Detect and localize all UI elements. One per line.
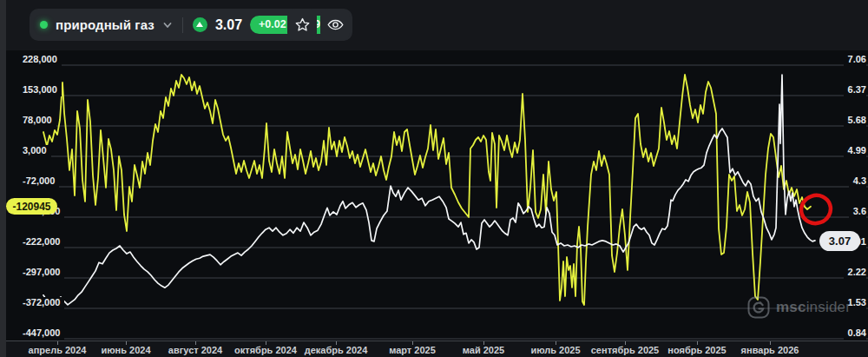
right-axis-tick-label: 5.68 [844, 115, 866, 127]
right-axis-tick-label: 4.3 [849, 175, 866, 188]
right-axis-value-badge: 3.07 [819, 231, 860, 251]
time-tick-label: октябрь 2024 [227, 345, 305, 355]
right-axis-tick-label: 4.99 [844, 145, 866, 157]
watermark: mscinsider [747, 296, 851, 319]
watermark-logo-icon [747, 296, 770, 319]
left-axis-tick-label: 228,000 [23, 54, 62, 66]
chart-canvas[interactable] [0, 0, 868, 357]
time-tick-label: август 2024 [156, 345, 234, 355]
time-tick-label: январь 2026 [731, 345, 809, 355]
left-axis-indicator-line [43, 75, 811, 305]
left-axis-tick-label: -447,000 [23, 327, 64, 340]
right-axis-tick-label: 0.84 [844, 327, 866, 340]
left-axis-value-badge: -120945 [6, 198, 57, 215]
left-axis-tick-label: -297,000 [23, 267, 64, 279]
highlight-circle-annotation [798, 192, 834, 228]
right-axis-tick-label: 6.37 [844, 84, 866, 96]
time-tick-label: июнь 2024 [87, 345, 165, 355]
price-chart[interactable]: 228,000153,00078,0003,000-72,000-147,000… [6, 50, 868, 340]
left-axis-tick-label: -222,000 [23, 236, 64, 248]
time-tick-label: сентябрь 2025 [586, 345, 664, 355]
time-tick-label: июль 2025 [516, 345, 595, 355]
right-axis-tick-label: 7.06 [844, 54, 866, 66]
time-tick-label: март 2025 [373, 345, 451, 355]
left-axis-tick-label: 3,000 [23, 145, 51, 157]
left-axis-tick-label: 153,000 [23, 84, 62, 96]
time-tick-label: ноябрь 2025 [658, 345, 736, 355]
time-tick-label: май 2025 [444, 345, 523, 355]
left-axis-tick-label: -72,000 [23, 175, 59, 188]
right-axis-tick-label: 3.6 [849, 206, 866, 218]
time-tick-label: декабрь 2024 [297, 345, 375, 355]
right-axis-tick-label: 2.22 [844, 267, 866, 279]
watermark-text: mscinsider [776, 299, 851, 316]
left-axis-tick-label: -372,000 [23, 297, 64, 309]
time-axis[interactable]: апрель 2024июнь 2024август 2024октябрь 2… [6, 340, 868, 357]
left-axis-tick-label: 78,000 [23, 115, 56, 127]
time-tick-label: апрель 2024 [18, 345, 96, 355]
trading-chart-screen: природный газ 3.07 +0.02 (+0.69%) 228,00… [0, 0, 868, 357]
